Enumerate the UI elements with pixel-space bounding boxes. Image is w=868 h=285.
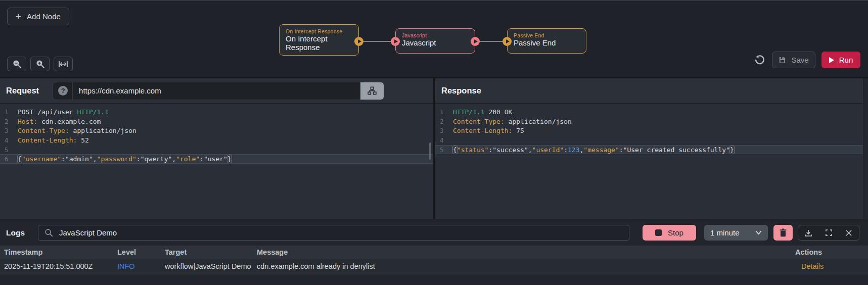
run-label: Run [839, 56, 853, 64]
plus-icon: + [16, 12, 21, 21]
expand-logs-button[interactable] [821, 225, 836, 240]
column-header-target: Target [165, 248, 257, 256]
log-table-row[interactable]: 2025-11-19T20:15:51.000ZINFOworkflow|Jav… [0, 259, 868, 274]
line-number: 5 [435, 146, 446, 154]
logs-window-controls [798, 225, 859, 241]
http-editors: Request ? https://cdn.example.com [0, 77, 868, 219]
node-type-label: Javascript [402, 32, 469, 38]
interval-selected-value: 1 minute [710, 228, 740, 237]
request-url-value[interactable]: https://cdn.example.com [79, 86, 161, 95]
log-target: workflow|JavaScript Demo [165, 262, 257, 270]
code-line[interactable]: 3Content-Length: 75 [435, 126, 868, 135]
request-scrollbar[interactable] [429, 142, 431, 160]
code-line[interactable]: 2Host: cdn.example.com [0, 117, 433, 126]
sitemap-icon [368, 86, 377, 95]
line-number: 2 [0, 118, 11, 125]
workflow-canvas[interactable]: + Add Node On Intercept Response On Inte… [0, 0, 868, 77]
line-number: 5 [0, 146, 11, 154]
log-timestamp: 2025-11-19T20:15:51.000Z [4, 262, 117, 270]
logs-title: Logs [6, 219, 25, 246]
output-port-icon[interactable] [471, 37, 480, 46]
add-node-label: Add Node [27, 12, 61, 21]
node-title: Javascript [402, 39, 469, 48]
logs-search-value[interactable]: JavaScript Demo [59, 228, 117, 237]
save-label: Save [791, 56, 808, 64]
node-connection-line [479, 41, 504, 42]
add-node-button[interactable]: + Add Node [7, 8, 69, 25]
line-number: 3 [0, 127, 11, 134]
node-javascript[interactable]: Javascript Javascript [395, 28, 475, 54]
undo-icon [754, 55, 765, 66]
output-port-icon[interactable] [354, 37, 363, 46]
request-header: Request ? https://cdn.example.com [0, 78, 433, 104]
help-icon[interactable]: ? [58, 86, 68, 96]
code-line[interactable]: 5 [0, 145, 433, 155]
run-button[interactable]: Run [821, 52, 860, 68]
code-line[interactable]: 4 [435, 135, 868, 145]
response-code-editor[interactable]: 1HTTP/1.1 200 OK2Content-Type: applicati… [435, 104, 868, 219]
fit-width-icon [58, 60, 68, 68]
line-number: 1 [0, 108, 11, 116]
code-line[interactable]: 1POST /api/user HTTP/1.1 [0, 107, 433, 117]
expand-icon [825, 229, 833, 236]
column-header-timestamp: Timestamp [4, 248, 117, 256]
response-panel: Response 1HTTP/1.1 200 OK2Content-Type: … [435, 78, 868, 219]
input-port-icon[interactable] [391, 37, 400, 46]
logs-table: Timestamp Level Target Message Actions 2… [0, 246, 868, 285]
node-connection-line [362, 41, 392, 42]
clear-logs-button[interactable] [773, 225, 793, 241]
node-type-label: Passive End [514, 32, 580, 38]
node-type-label: On Intercept Response [286, 28, 352, 34]
logs-search-input[interactable]: JavaScript Demo [38, 225, 629, 241]
sitemap-button[interactable] [360, 82, 384, 100]
node-title: On Intercept Response [286, 35, 352, 52]
logs-table-body: 2025-11-19T20:15:51.000ZINFOworkflow|Jav… [0, 259, 868, 274]
request-code-editor[interactable]: 1POST /api/user HTTP/1.12Host: cdn.examp… [0, 104, 433, 219]
request-url-field[interactable]: ? https://cdn.example.com [53, 82, 384, 100]
code-line[interactable]: 5{"status":"success","userId":123,"messa… [435, 145, 868, 155]
log-message: cdn.example.com already in denylist [257, 262, 795, 270]
code-line[interactable]: 2Content-Type: application/json [435, 117, 868, 126]
undo-button[interactable] [753, 54, 766, 67]
stop-button[interactable]: Stop [643, 225, 696, 241]
code-line[interactable]: 1HTTP/1.1 200 OK [435, 107, 868, 117]
download-icon [804, 229, 812, 237]
zoom-in-icon [35, 59, 45, 69]
details-link[interactable]: Details [801, 262, 868, 270]
interval-select[interactable]: 1 minute [704, 225, 768, 241]
node-passive-end[interactable]: Passive End Passive End [507, 28, 586, 54]
request-panel-title: Request [6, 86, 39, 96]
line-number: 2 [435, 118, 446, 125]
logs-toolbar: Logs JavaScript Demo Stop 1 minute [0, 219, 868, 246]
zoom-out-icon [12, 59, 22, 69]
download-logs-button[interactable] [801, 225, 816, 240]
search-icon [44, 228, 53, 237]
column-header-level: Level [117, 248, 165, 256]
column-header-message: Message [257, 248, 795, 256]
zoom-out-button[interactable] [7, 57, 26, 71]
workflow-editor-app: + Add Node On Intercept Response On Inte… [0, 0, 868, 285]
code-line[interactable]: 6{"username":"admin","password":"qwerty"… [0, 154, 433, 164]
play-icon [829, 57, 834, 63]
response-scrollbar[interactable] [863, 78, 868, 219]
save-button[interactable]: Save [772, 52, 815, 68]
logs-table-header: Timestamp Level Target Message Actions [0, 246, 868, 259]
zoom-in-button[interactable] [30, 57, 50, 71]
close-logs-button[interactable] [841, 225, 856, 240]
fit-width-button[interactable] [54, 57, 73, 71]
line-number: 1 [435, 108, 446, 116]
stop-icon [655, 229, 662, 236]
line-number: 4 [0, 136, 11, 144]
code-line[interactable]: 3Content-Type: application/json [0, 126, 433, 135]
stop-label: Stop [668, 228, 683, 237]
request-panel: Request ? https://cdn.example.com [0, 78, 433, 219]
code-line[interactable]: 4Content-Length: 52 [0, 135, 433, 145]
input-port-icon[interactable] [502, 37, 512, 46]
node-on-intercept-response[interactable]: On Intercept Response On Intercept Respo… [279, 24, 359, 56]
chevron-down-icon [755, 230, 762, 235]
log-level: INFO [117, 262, 165, 270]
line-number: 6 [0, 155, 11, 163]
canvas-zoom-toolbar [7, 57, 73, 71]
line-number: 3 [435, 127, 446, 134]
response-header: Response [435, 78, 868, 104]
